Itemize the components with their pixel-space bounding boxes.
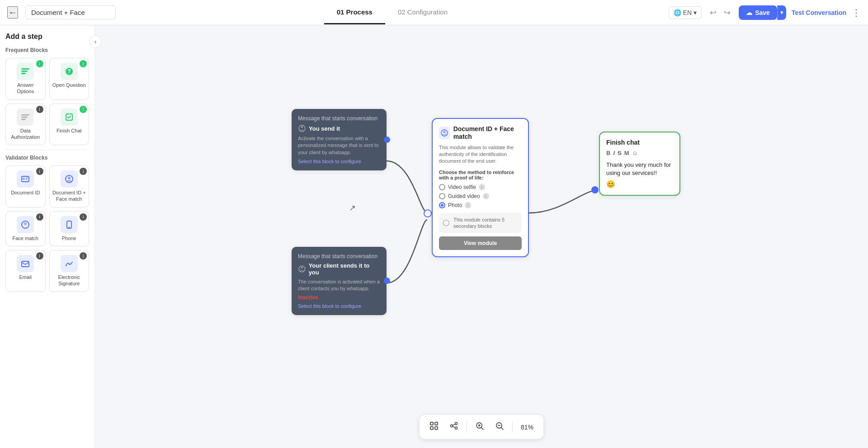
- info-badge: i: [36, 213, 43, 221]
- flow-canvas[interactable]: Message that starts conversation You sen…: [95, 25, 868, 448]
- msg-start-node-2[interactable]: Message that starts conversation Your cl…: [292, 247, 387, 315]
- radio-circle: [439, 184, 445, 190]
- svg-rect-1: [21, 71, 28, 72]
- inactive-badge: Inactive: [298, 294, 380, 301]
- flow-title-input[interactable]: [25, 5, 116, 19]
- save-button[interactable]: ☁ Save: [739, 5, 777, 20]
- email-icon: [17, 255, 34, 272]
- frequent-blocks-grid: i Answer Options i ? Open Question i Dat…: [5, 58, 89, 145]
- msg-config-link[interactable]: Select this block to configure: [298, 303, 380, 309]
- svg-point-31: [455, 423, 458, 425]
- mono-btn[interactable]: M: [624, 150, 629, 156]
- block-doc-face[interactable]: i Document ID + Face match: [49, 165, 90, 207]
- frequent-section-label: Frequent Blocks: [5, 47, 89, 53]
- block-electronic-sig[interactable]: i Electronic Signature: [49, 250, 90, 292]
- zoom-separator-2: [512, 422, 513, 433]
- block-answer-options[interactable]: i Answer Options: [5, 58, 46, 100]
- view-module-button[interactable]: View module: [439, 236, 522, 250]
- redo-button[interactable]: ↪: [721, 6, 733, 19]
- language-selector[interactable]: 🌐 EN ▾: [669, 6, 702, 19]
- validator-section-label: Validator Blocks: [5, 155, 89, 161]
- block-phone[interactable]: i Phone: [49, 211, 90, 246]
- output-dot: [384, 278, 390, 284]
- strike-btn[interactable]: S: [618, 150, 622, 156]
- save-dropdown-button[interactable]: ▾: [777, 5, 786, 20]
- answer-options-icon: [17, 63, 34, 80]
- tab-config[interactable]: 02 Configuration: [385, 1, 460, 24]
- emoji-btn[interactable]: ☺: [632, 150, 638, 156]
- svg-rect-10: [23, 178, 25, 180]
- doc-face-node[interactable]: Document ID + Face match This module all…: [432, 118, 529, 257]
- block-label: Email: [19, 274, 32, 280]
- document-id-icon: [17, 170, 34, 188]
- undo-button[interactable]: ↩: [707, 6, 719, 19]
- info-dot: i: [465, 202, 471, 208]
- svg-rect-12: [26, 179, 27, 180]
- radio-label: Guided video: [448, 193, 480, 199]
- svg-point-25: [443, 131, 445, 133]
- doc-node-header: Document ID + Face match: [439, 125, 522, 141]
- block-label: Document ID + Face match: [52, 189, 86, 203]
- svg-rect-18: [68, 227, 70, 228]
- svg-rect-5: [21, 114, 29, 116]
- info-badge: i: [36, 106, 43, 113]
- chevron-down-icon: ▾: [693, 9, 697, 16]
- info-badge: i: [80, 60, 87, 67]
- block-document-id[interactable]: i Document ID: [5, 165, 46, 207]
- info-badge: i: [36, 252, 43, 259]
- info-badge: i: [80, 252, 87, 259]
- undo-redo-group: ↩ ↪: [707, 6, 733, 19]
- share-button[interactable]: [447, 419, 461, 435]
- block-label: Document ID: [11, 189, 40, 196]
- electronic-sig-icon: [61, 255, 78, 272]
- msg-icon: You send it: [298, 124, 340, 132]
- sidebar-collapse-button[interactable]: ‹: [89, 35, 102, 48]
- secondary-text: This module contains 5 secondary blocks: [453, 217, 518, 230]
- doc-node-desc: This module allows to validate the authe…: [439, 144, 522, 165]
- back-button[interactable]: ←: [7, 6, 18, 19]
- face-match-icon: [17, 216, 34, 233]
- test-conversation-button[interactable]: Test Conversation: [792, 9, 846, 16]
- block-data-auth[interactable]: i Data Authorization: [5, 104, 46, 146]
- radio-guided-video[interactable]: Guided video i: [439, 193, 522, 199]
- doc-face-icon: [61, 170, 78, 188]
- info-dot: i: [483, 193, 489, 199]
- radio-video-selfie[interactable]: Video selfie i: [439, 184, 522, 190]
- finish-chat-icon: [61, 108, 78, 126]
- block-finish-chat[interactable]: i Finish Chat: [49, 104, 90, 146]
- svg-rect-0: [21, 68, 29, 70]
- msg-start-node-1[interactable]: Message that starts conversation You sen…: [292, 109, 387, 170]
- more-options-button[interactable]: ⋮: [852, 7, 861, 18]
- doc-icon: [439, 127, 450, 139]
- svg-rect-29: [435, 427, 438, 429]
- sidebar: Add a step Frequent Blocks i Answer Opti…: [0, 25, 95, 448]
- msg-node-title: Message that starts conversation: [298, 115, 380, 122]
- msg-sender: You send it: [309, 125, 340, 132]
- block-face-match[interactable]: i Face match: [5, 211, 46, 246]
- zoom-out-button[interactable]: [492, 419, 507, 435]
- svg-point-14: [68, 177, 71, 179]
- block-label: Open Question: [52, 82, 86, 88]
- zoom-separator: [467, 422, 467, 433]
- format-bar: B I S M ☺: [606, 150, 673, 156]
- svg-rect-7: [21, 119, 26, 120]
- radio-photo[interactable]: Photo i: [439, 202, 522, 208]
- zoom-in-button[interactable]: [472, 419, 487, 435]
- svg-rect-26: [430, 422, 433, 425]
- main-layout: Add a step Frequent Blocks i Answer Opti…: [0, 25, 868, 448]
- sidebar-title: Add a step: [5, 33, 89, 41]
- bold-btn[interactable]: B: [606, 150, 610, 156]
- svg-rect-6: [21, 117, 28, 118]
- save-button-group: ☁ Save ▾: [739, 5, 786, 20]
- svg-point-21: [301, 126, 303, 128]
- block-email[interactable]: i Email: [5, 250, 46, 292]
- svg-point-30: [451, 425, 453, 427]
- block-open-question[interactable]: i ? Open Question: [49, 58, 90, 100]
- finish-chat-node[interactable]: Finish chat B I S M ☺ Thank you very muc…: [599, 132, 680, 196]
- open-question-icon: ?: [61, 63, 78, 80]
- tab-process[interactable]: 01 Process: [324, 1, 385, 24]
- italic-btn[interactable]: I: [613, 150, 615, 156]
- focus-button[interactable]: [427, 419, 441, 435]
- svg-point-16: [24, 222, 27, 225]
- msg-config-link[interactable]: Select this block to configure: [298, 159, 380, 164]
